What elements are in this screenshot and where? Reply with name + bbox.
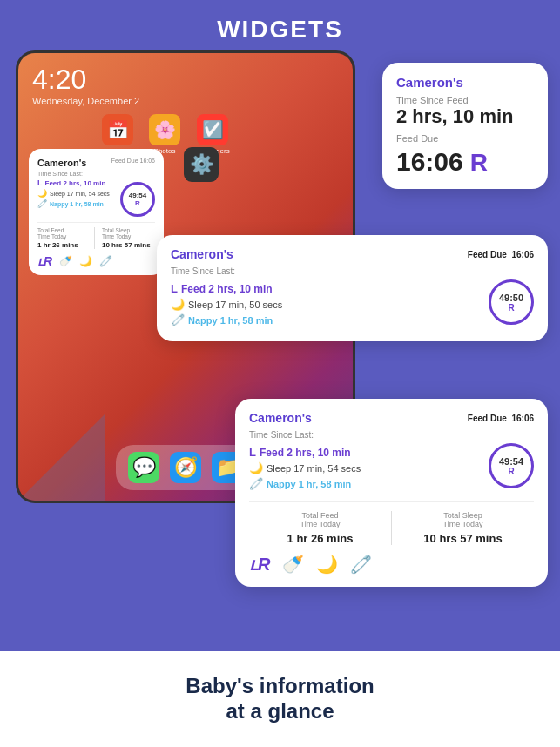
widget-large-title: Cameron's (249, 411, 312, 425)
photos-icon: 🌸 (149, 114, 180, 145)
ipad-time: 4:20 (32, 64, 339, 96)
widget-small-feeddue-label: Feed Due (396, 133, 534, 144)
widget-small-feeddue-row: 16:06 R (396, 147, 534, 177)
bottle-icon-large: 🍼 (282, 554, 304, 575)
widget-large-icons: ʟR 🍼 🌙 🧷 (249, 554, 534, 575)
sleep-icon-small: 🌙 (79, 255, 92, 267)
bottle-icon-small: 🍼 (59, 255, 72, 267)
bottom-line2: at a glance (226, 699, 334, 723)
lr-logo-large: ʟR (249, 554, 270, 575)
widget-large-total-sleep-label: Total SleepTime Today (399, 511, 527, 528)
widget-large-nappy-text: Nappy 1 hr, 58 min (267, 479, 351, 489)
widget-medium-title: Cameron's (171, 247, 233, 261)
widget-large-sleep-stat: Total SleepTime Today 10 hrs 57 mins (392, 511, 534, 545)
ipad-dock: 💬 🧭 📁 (116, 445, 255, 490)
nappy-icon-med: 🧷 (171, 313, 185, 326)
widget-medium-sleep-text: Sleep 17 min, 50 secs (188, 299, 282, 310)
widget-small-float: Cameron's Time Since Feed 2 hrs, 10 min … (382, 63, 548, 189)
widget-medium-left: L Feed 2 hrs, 10 min 🌙 Sleep 17 min, 50 … (171, 279, 489, 329)
sleep-icon-large: 🌙 (249, 461, 263, 474)
safari-dock-icon[interactable]: 🧭 (170, 452, 201, 483)
widget-medium-timer: 49:50 R (489, 279, 534, 325)
page-title: WIDGETS (0, 0, 560, 54)
widget-medium-feed-label: L (171, 282, 178, 295)
widget-medium-nappy-row: 🧷 Nappy 1 hr, 58 min (171, 313, 489, 326)
widget-large-total-feed-value: 1 hr 26 mins (256, 532, 384, 545)
messages-dock-icon[interactable]: 💬 (128, 452, 159, 483)
lr-logo-small: ʟR (37, 254, 52, 268)
ipad-total-sleep-label: Total SleepTime Today (102, 227, 155, 239)
ipad-widget-stats: Total FeedTime Today 1 hr 26 mins Total … (37, 222, 155, 249)
widget-large-feeddue-time: 16:06 (511, 414, 534, 423)
widget-medium-timer-value: 49:50 (499, 293, 523, 303)
widget-medium-float: Cameron's Feed Due 16:06 Time Since Last… (157, 235, 548, 341)
ipad-nappy-text: Nappy 1 hr, 58 min (50, 201, 104, 207)
widget-large-timer-side: R (508, 467, 514, 476)
ipad-total-feed-value: 1 hr 26 mins (37, 241, 91, 249)
widget-large-feeddue: Feed Due 16:06 (468, 414, 534, 423)
widget-large-total-sleep-value: 10 hrs 57 mins (399, 532, 527, 545)
ipad-feed-text: Feed 2 hrs, 10 min (45, 179, 106, 187)
ipad-timer-r: R (135, 199, 140, 207)
reminders-icon: ☑️ (197, 114, 228, 145)
ipad-widget-since-label: Time Since Last: (37, 171, 155, 177)
widget-large-content: L Feed 2 hrs, 10 min 🌙 Sleep 17 min, 54 … (249, 443, 534, 493)
widget-large-feed-text: Feed 2 hrs, 10 min (260, 447, 351, 459)
widget-medium-timer-side: R (508, 303, 514, 313)
ipad-widget-feeddue-label: Feed Due 16:06 (111, 158, 155, 164)
bottom-tagline: Baby's information at a glance (186, 674, 374, 724)
corner-decoration (18, 414, 105, 501)
ipad-timer-value: 49:54 (129, 192, 146, 199)
widget-large-left: L Feed 2 hrs, 10 min 🌙 Sleep 17 min, 54 … (249, 443, 489, 493)
widget-medium-feeddue: Feed Due 16:06 (468, 250, 534, 259)
widget-large-timer-value: 49:54 (499, 456, 523, 467)
widget-large-nappy-row: 🧷 Nappy 1 hr, 58 min (249, 477, 489, 490)
widget-small-feeddue-time: 16:06 (396, 147, 463, 177)
ipad-date: Wednesday, December 2 (32, 96, 339, 106)
widget-large-feed-label: L (249, 446, 256, 459)
ipad-small-widget: Cameron's Feed Due 16:06 Time Since Last… (29, 149, 164, 275)
nappy-icon-large-2: 🧷 (350, 554, 372, 575)
nappy-icon-large: 🧷 (249, 477, 263, 490)
widget-medium-feeddue-label: Feed Due (468, 250, 507, 259)
widget-small-feeddue-side: R (470, 149, 488, 177)
ipad-status: 4:20 Wednesday, December 2 (18, 53, 353, 110)
widget-large-sleep-row: 🌙 Sleep 17 min, 54 secs (249, 461, 489, 474)
ipad-timer-circle: 49:54 R (120, 182, 155, 217)
widget-small-title: Cameron's (396, 75, 534, 90)
widget-medium-feed-row: L Feed 2 hrs, 10 min (171, 282, 489, 295)
widget-medium-since-label: Time Since Last: (171, 266, 534, 276)
widget-large-sleep-text: Sleep 17 min, 54 secs (267, 463, 361, 474)
nappy-icon-small: 🧷 (99, 255, 112, 267)
widget-large-divider (249, 501, 534, 502)
ipad-total-feed-label: Total FeedTime Today (37, 227, 91, 239)
widget-medium-content: L Feed 2 hrs, 10 min 🌙 Sleep 17 min, 50 … (171, 279, 534, 329)
widget-large-total-feed-label: Total FeedTime Today (256, 511, 384, 528)
ipad-total-sleep-value: 10 hrs 57 mins (102, 241, 155, 249)
ipad-widget-bottom-icons: ʟR 🍼 🌙 🧷 (37, 254, 155, 268)
widget-large-float: Cameron's Feed Due 16:06 Time Since Last… (235, 399, 548, 587)
ipad-sleep-text: Sleep 17 min, 54 secs (50, 191, 110, 197)
widget-large-feed-row: L Feed 2 hrs, 10 min (249, 446, 489, 459)
widget-medium-header: Cameron's Feed Due 16:06 (171, 247, 534, 261)
widget-large-timer: 49:54 R (489, 443, 534, 488)
ipad-widget-title: Cameron's (37, 158, 86, 168)
widget-large-feed-stat: Total FeedTime Today 1 hr 26 mins (249, 511, 392, 545)
widget-medium-feed-text: Feed 2 hrs, 10 min (181, 283, 273, 295)
ipad-feed-l: L (37, 178, 43, 187)
widget-small-since-value: 2 hrs, 10 min (396, 105, 534, 128)
widget-medium-nappy-text: Nappy 1 hr, 58 min (188, 315, 273, 326)
widget-large-since-label: Time Since Last: (249, 430, 534, 440)
sleep-icon-med: 🌙 (171, 298, 185, 311)
widget-medium-feeddue-time: 16:06 (511, 250, 534, 259)
widget-large-header: Cameron's Feed Due 16:06 (249, 411, 534, 425)
widget-medium-sleep-row: 🌙 Sleep 17 min, 50 secs (171, 298, 489, 311)
widget-large-stats: Total FeedTime Today 1 hr 26 mins Total … (249, 511, 534, 545)
settings-icon[interactable]: ⚙️ (184, 147, 219, 182)
widget-large-feeddue-label: Feed Due (468, 414, 507, 423)
widget-small-since-label: Time Since Feed (396, 95, 534, 105)
calendar-icon: 📅 (102, 114, 133, 145)
bottom-line1: Baby's information (186, 674, 374, 697)
bottom-section: Baby's information at a glance (0, 651, 560, 747)
sleep-moon-icon-large: 🌙 (316, 554, 338, 575)
